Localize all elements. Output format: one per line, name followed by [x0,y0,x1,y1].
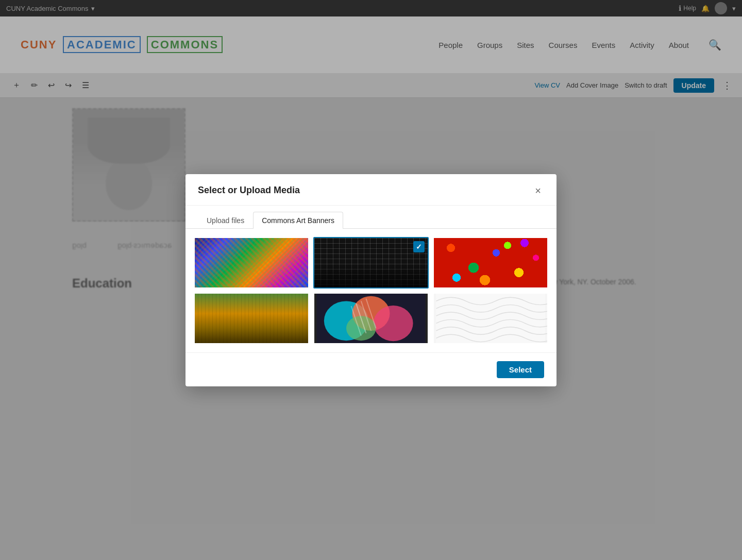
banner-forest [195,294,308,343]
modal-footer: Select [185,352,556,386]
media-item-4[interactable] [194,293,309,344]
svg-rect-9 [436,294,545,343]
media-item-5[interactable] [313,293,429,344]
banner-white-waves [434,294,547,343]
media-modal: Select or Upload Media × Upload files Co… [185,174,556,386]
tab-commons-art-banners[interactable]: Commons Art Banners [253,212,343,229]
banner-colorful-dots [434,238,547,287]
modal-overlay[interactable]: Select or Upload Media × Upload files Co… [0,0,742,560]
selected-checkmark: ✓ [413,241,425,252]
media-grid: ✓ [194,237,548,344]
modal-title: Select or Upload Media [198,185,300,196]
modal-close-button[interactable]: × [532,184,544,197]
banner-colorful-mosaic [195,238,308,287]
svg-point-3 [374,306,413,341]
modal-tabs: Upload files Commons Art Banners [185,206,556,229]
media-item-6[interactable] [433,293,548,344]
media-item-1[interactable] [194,237,309,289]
media-item-2[interactable]: ✓ [313,237,429,289]
banner-keyboard-grid [314,238,428,287]
modal-header: Select or Upload Media × [185,174,556,206]
select-button[interactable]: Select [497,361,544,378]
tab-upload-files[interactable]: Upload files [198,212,253,229]
banner-abstract-shapes [314,294,428,343]
media-item-3[interactable] [433,237,548,289]
modal-body: ✓ [185,229,556,352]
